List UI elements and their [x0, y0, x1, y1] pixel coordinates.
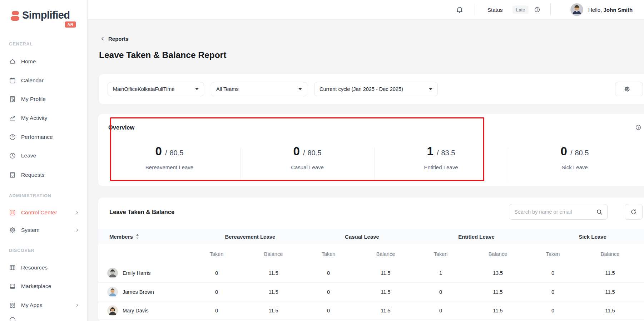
- caret-down-icon: [429, 88, 432, 90]
- subheader-balance: Balance: [601, 251, 619, 257]
- sidebar-item-label: Home: [21, 58, 36, 65]
- avatar: [107, 287, 118, 297]
- cell-entitled-taken: 0: [439, 289, 442, 295]
- stat-entitled-label: Entitled Leave: [424, 164, 458, 170]
- stat-divider: [374, 148, 375, 181]
- cell-bereavement-balance: 11.5: [268, 308, 278, 313]
- stat-divider: [508, 148, 508, 181]
- breadcrumb[interactable]: Reports: [108, 36, 129, 42]
- subheader-taken: Taken: [546, 251, 560, 257]
- search-icon[interactable]: [596, 208, 603, 215]
- status-info-icon[interactable]: [534, 6, 540, 13]
- subheader-taken: Taken: [434, 251, 448, 257]
- cell-casual-taken: 0: [327, 289, 330, 295]
- activity-chart-icon: [9, 115, 16, 122]
- status-badge: Late: [512, 6, 529, 14]
- sidebar-section-administration: ADMINISTRATION: [9, 193, 51, 198]
- subheader-taken: Taken: [210, 251, 224, 257]
- greeting-prefix: Hello,: [588, 7, 602, 13]
- sort-icon: [136, 234, 139, 239]
- sidebar-item-leave[interactable]: Leave: [0, 148, 88, 164]
- request-document-icon: [9, 171, 16, 179]
- table-row[interactable]: Emily Harris 0 11.5 0 11.5 1 13.5 0 11.5: [98, 264, 644, 283]
- sidebar: Simplified HR GENERAL Home Calendar My P…: [0, 0, 88, 321]
- user-greeting: Hello, John Smith: [588, 7, 633, 13]
- table-group-header-row: Members Bereavement Leave Casual Leave E…: [98, 229, 644, 244]
- settings-dropdown-button[interactable]: [615, 82, 643, 96]
- user-name: John Smith: [604, 7, 633, 13]
- entity-dropdown-value: MainOfficeKolkataFullTime: [113, 86, 174, 92]
- sidebar-item-control-center[interactable]: Control Center: [0, 205, 88, 220]
- members-column-header[interactable]: Members: [109, 229, 139, 244]
- chevron-left-icon[interactable]: [100, 36, 105, 42]
- table-grid-icon: [9, 264, 16, 271]
- overview-info-icon[interactable]: [635, 124, 641, 131]
- table-row[interactable]: James Brown 0 11.5 0 11.5 0 11.5 0 11.5: [98, 283, 644, 301]
- stat-taken: 0: [561, 145, 567, 158]
- sidebar-item-my-activity[interactable]: My Activity: [0, 110, 88, 126]
- search-input[interactable]: [509, 209, 596, 215]
- sidebar-item-marketplace[interactable]: Marketplace: [0, 278, 88, 294]
- apps-grid-icon: [9, 302, 16, 309]
- stat-divider: [241, 148, 241, 181]
- gauge-icon: [9, 133, 16, 141]
- group-header-sick: Sick Leave: [579, 229, 606, 244]
- calendar-icon: [9, 77, 16, 84]
- caret-down-icon: [195, 88, 199, 90]
- sidebar-item-resources[interactable]: Resources: [0, 260, 88, 276]
- logo-wordmark: Simplified: [22, 9, 70, 21]
- sidebar-item-label: Resources: [21, 264, 48, 271]
- logo-mark-icon: [11, 16, 19, 21]
- chevron-right-icon: [75, 303, 80, 308]
- sidebar-item-label: Marketplace: [21, 283, 51, 290]
- overview-card: Overview 0 / 80.5 Bereavement Leave 0 / …: [98, 114, 644, 186]
- sidebar-item-requests[interactable]: Requests: [0, 167, 88, 183]
- table-row[interactable]: Mary Davis 0 11.5 0 11.5 0 11.5 0 11.5: [98, 301, 644, 320]
- storefront-icon: [9, 283, 16, 290]
- entity-dropdown[interactable]: MainOfficeKolkataFullTime: [108, 82, 204, 96]
- sidebar-item-my-apps[interactable]: My Apps: [0, 297, 88, 313]
- cell-casual-balance: 11.5: [381, 270, 390, 276]
- stat-total: 80.5: [307, 149, 321, 157]
- refresh-button[interactable]: [625, 204, 643, 220]
- sidebar-item-label: Requests: [21, 172, 44, 178]
- sidebar-item-system[interactable]: System: [0, 222, 88, 238]
- sidebar-item-performance[interactable]: Performance: [0, 129, 88, 145]
- members-header-label: Members: [109, 234, 133, 240]
- caret-down-icon: [298, 88, 302, 90]
- stat-taken: 0: [155, 145, 162, 158]
- sidebar-item-label: Performance: [21, 134, 53, 140]
- clock-icon: [9, 152, 16, 159]
- avatar: [107, 305, 118, 316]
- user-avatar[interactable]: [570, 3, 583, 16]
- stat-separator: /: [165, 149, 167, 157]
- cell-sick-balance: 11.5: [605, 270, 615, 276]
- member-name: Mary Davis: [123, 308, 149, 313]
- cell-bereavement-taken: 0: [215, 289, 218, 295]
- stat-taken: 0: [293, 145, 300, 158]
- cell-entitled-taken: 1: [439, 270, 442, 276]
- gear-icon: [9, 227, 16, 234]
- cell-bereavement-taken: 0: [215, 270, 218, 276]
- sidebar-item-my-profile[interactable]: My Profile: [0, 91, 88, 107]
- stat-separator: /: [437, 149, 439, 157]
- stat-bereavement-label: Bereavement Leave: [145, 164, 193, 170]
- cell-sick-taken: 0: [551, 308, 554, 313]
- cell-sick-taken: 0: [551, 270, 554, 276]
- sidebar-item-label: My Profile: [21, 96, 46, 102]
- sidebar-item-label: Calendar: [21, 77, 44, 84]
- cell-entitled-balance: 11.5: [493, 289, 502, 295]
- teams-dropdown[interactable]: All Teams: [211, 82, 307, 96]
- cell-sick-taken: 0: [551, 289, 554, 295]
- notification-bell-icon[interactable]: [456, 6, 464, 14]
- stat-total: 80.5: [169, 149, 183, 157]
- sidebar-item-home[interactable]: Home: [0, 54, 88, 69]
- chevron-right-icon: [75, 210, 80, 215]
- search-box: [509, 204, 608, 220]
- cell-bereavement-balance: 11.5: [268, 270, 278, 276]
- sidebar-item-calendar[interactable]: Calendar: [0, 73, 88, 88]
- teams-dropdown-value: All Teams: [216, 86, 239, 92]
- cell-casual-taken: 0: [327, 308, 330, 313]
- filter-bar: MainOfficeKolkataFullTime All Teams Curr…: [99, 74, 644, 104]
- cycle-dropdown[interactable]: Current cycle (Jan 2025 - Dec 2025): [314, 82, 438, 96]
